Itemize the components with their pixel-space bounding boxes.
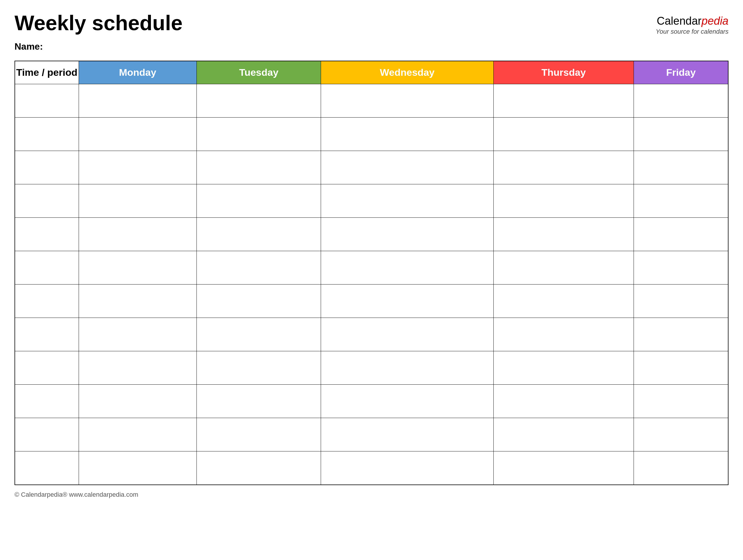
header-row: Time / period Monday Tuesday Wednesday T… [15,61,728,84]
brand-tagline: Your source for calendars [656,28,729,35]
tuesday-cell[interactable] [196,184,321,218]
friday-cell[interactable] [634,218,728,251]
monday-cell[interactable] [79,385,196,418]
table-row [15,84,728,118]
monday-cell[interactable] [79,218,196,251]
copyright-text: © Calendarpedia® www.calendarpedia.com [14,491,138,498]
monday-cell[interactable] [79,184,196,218]
page-header: Weekly schedule Calendarpedia Your sourc… [14,12,729,35]
wednesday-cell[interactable] [321,184,493,218]
thursday-cell[interactable] [493,418,634,451]
brand-calendar-text: Calendar [657,15,701,27]
thursday-cell[interactable] [493,118,634,151]
col-header-thursday: Thursday [493,61,634,84]
thursday-cell[interactable] [493,285,634,318]
time-cell[interactable] [15,418,79,451]
brand-pedia-text: pedia [701,15,729,27]
tuesday-cell[interactable] [196,385,321,418]
tuesday-cell[interactable] [196,251,321,285]
tuesday-cell[interactable] [196,318,321,351]
tuesday-cell[interactable] [196,151,321,184]
table-row [15,318,728,351]
monday-cell[interactable] [79,118,196,151]
time-cell[interactable] [15,451,79,485]
wednesday-cell[interactable] [321,385,493,418]
table-row [15,118,728,151]
friday-cell[interactable] [634,285,728,318]
thursday-cell[interactable] [493,151,634,184]
thursday-cell[interactable] [493,184,634,218]
friday-cell[interactable] [634,118,728,151]
friday-cell[interactable] [634,351,728,385]
thursday-cell[interactable] [493,218,634,251]
tuesday-cell[interactable] [196,418,321,451]
time-cell[interactable] [15,218,79,251]
page-title: Weekly schedule [14,12,182,35]
thursday-cell[interactable] [493,318,634,351]
tuesday-cell[interactable] [196,84,321,118]
name-label: Name: [14,41,43,52]
tuesday-cell[interactable] [196,451,321,485]
time-cell[interactable] [15,84,79,118]
brand-name: Calendarpedia [656,14,729,28]
monday-cell[interactable] [79,451,196,485]
table-row [15,285,728,318]
friday-cell[interactable] [634,184,728,218]
tuesday-cell[interactable] [196,351,321,385]
col-header-time: Time / period [15,61,79,84]
time-cell[interactable] [15,318,79,351]
col-header-wednesday: Wednesday [321,61,493,84]
table-row [15,385,728,418]
monday-cell[interactable] [79,418,196,451]
wednesday-cell[interactable] [321,118,493,151]
tuesday-cell[interactable] [196,118,321,151]
time-cell[interactable] [15,351,79,385]
table-row [15,251,728,285]
thursday-cell[interactable] [493,385,634,418]
monday-cell[interactable] [79,351,196,385]
friday-cell[interactable] [634,318,728,351]
time-cell[interactable] [15,385,79,418]
wednesday-cell[interactable] [321,251,493,285]
table-header: Time / period Monday Tuesday Wednesday T… [15,61,728,84]
name-section: Name: [14,41,729,52]
thursday-cell[interactable] [493,451,634,485]
wednesday-cell[interactable] [321,218,493,251]
tuesday-cell[interactable] [196,218,321,251]
time-cell[interactable] [15,184,79,218]
table-row [15,218,728,251]
monday-cell[interactable] [79,285,196,318]
wednesday-cell[interactable] [321,151,493,184]
table-row [15,451,728,485]
monday-cell[interactable] [79,318,196,351]
time-cell[interactable] [15,151,79,184]
tuesday-cell[interactable] [196,285,321,318]
time-cell[interactable] [15,251,79,285]
table-body [15,84,728,485]
wednesday-cell[interactable] [321,285,493,318]
wednesday-cell[interactable] [321,451,493,485]
thursday-cell[interactable] [493,351,634,385]
wednesday-cell[interactable] [321,351,493,385]
thursday-cell[interactable] [493,251,634,285]
schedule-table: Time / period Monday Tuesday Wednesday T… [14,61,729,485]
monday-cell[interactable] [79,84,196,118]
monday-cell[interactable] [79,151,196,184]
col-header-monday: Monday [79,61,196,84]
brand-logo: Calendarpedia Your source for calendars [656,14,729,35]
friday-cell[interactable] [634,151,728,184]
friday-cell[interactable] [634,84,728,118]
friday-cell[interactable] [634,251,728,285]
wednesday-cell[interactable] [321,318,493,351]
time-cell[interactable] [15,118,79,151]
table-row [15,184,728,218]
thursday-cell[interactable] [493,84,634,118]
friday-cell[interactable] [634,451,728,485]
friday-cell[interactable] [634,385,728,418]
col-header-friday: Friday [634,61,728,84]
wednesday-cell[interactable] [321,418,493,451]
friday-cell[interactable] [634,418,728,451]
wednesday-cell[interactable] [321,84,493,118]
time-cell[interactable] [15,285,79,318]
monday-cell[interactable] [79,251,196,285]
